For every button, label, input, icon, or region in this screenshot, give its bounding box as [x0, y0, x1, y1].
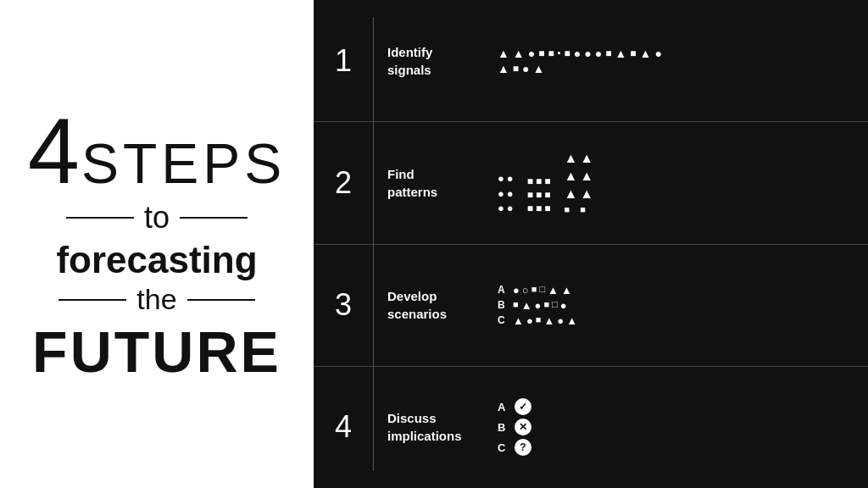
- step-number-4: 4: [314, 367, 373, 488]
- right-line-2: [187, 299, 255, 301]
- scatter-shapes: ▲ ▲ ● ■ ■ ▪ ■ ● ● ● ■ ▲ ■ ▲ ● ▲ ■: [498, 47, 667, 75]
- step-1-label: Identify signals: [387, 43, 481, 79]
- step-numbers-column: 1 2 3 4: [314, 0, 373, 488]
- implication-row-B: B ✕: [498, 419, 531, 435]
- triangles-cluster: ▲ ▲ ▲ ▲ ▲ ▲: [564, 151, 593, 202]
- steps-text: STEPS: [81, 136, 286, 191]
- step-row-3: Develop scenarios A ● ○ ■ □ ▲ ▲: [374, 245, 868, 367]
- to-text: to: [144, 201, 170, 235]
- step-row-1: Identify signals ▲ ▲ ● ■ ■ ▪ ■ ● ● ● ■ ▲…: [374, 0, 868, 122]
- step-3-visual: A ● ○ ■ □ ▲ ▲ B ■: [498, 284, 854, 327]
- step-2-visual: ● ● ● ● ● ● ■ ■ ■ ■ ■ ■ ■ ■ ■: [498, 151, 854, 214]
- step-4-label: Discuss implications: [387, 409, 481, 445]
- forecasting-text: forecasting: [56, 240, 257, 280]
- steps-content: Identify signals ▲ ▲ ● ■ ■ ▪ ■ ● ● ● ■ ▲…: [374, 0, 868, 488]
- small-squares-cluster: ■ ■: [564, 204, 593, 214]
- check-icon: ✓: [515, 398, 531, 415]
- step-3-label: Develop scenarios: [387, 287, 481, 323]
- squares-cluster: ■ ■ ■ ■ ■ ■ ■ ■ ■: [527, 176, 551, 215]
- scenario-row-B: B ■ ▲ ● ■ □ ●: [498, 299, 577, 312]
- step-row-4: Discuss implications A ✓ B ✕ C ?: [374, 367, 868, 488]
- step-4-visual: A ✓ B ✕ C ?: [498, 398, 854, 456]
- circles-cluster: ● ● ● ● ● ●: [498, 173, 514, 214]
- step-number-1: 1: [314, 0, 373, 122]
- implication-row-C: C ?: [498, 439, 531, 456]
- scenario-rows: A ● ○ ■ □ ▲ ▲ B ■: [498, 284, 577, 327]
- left-line-1: [66, 217, 134, 219]
- implication-row-A: A ✓: [498, 398, 531, 415]
- step-number-3: 3: [314, 245, 373, 367]
- step-1-visual: ▲ ▲ ● ■ ■ ▪ ■ ● ● ● ■ ▲ ■ ▲ ● ▲ ■: [498, 47, 854, 75]
- right-panel: 1 2 3 4 Identify signals ▲ ▲ ● ■: [314, 0, 868, 488]
- the-text: the: [136, 284, 176, 315]
- step-2-label: Find patterns: [387, 165, 481, 201]
- step-number-2: 2: [314, 122, 373, 244]
- triangles-group: ▲ ▲ ▲ ▲ ▲ ▲ ■ ■: [564, 151, 593, 214]
- left-panel: 4 STEPS to forecasting the FUTURE: [0, 0, 314, 488]
- future-text: FUTURE: [32, 320, 281, 384]
- x-icon: ✕: [515, 419, 531, 435]
- right-line-1: [180, 217, 248, 219]
- scenario-row-A: A ● ○ ■ □ ▲ ▲: [498, 284, 577, 297]
- step-row-2: Find patterns ● ● ● ● ● ● ■ ■ ■ ■: [374, 122, 868, 244]
- scenario-row-C: C ▲ ● ■ ▲ ● ▲: [498, 314, 577, 327]
- question-icon: ?: [515, 439, 531, 456]
- big-number: 4: [28, 104, 78, 197]
- implications-rows: A ✓ B ✕ C ?: [498, 398, 531, 456]
- left-line-2: [58, 299, 126, 301]
